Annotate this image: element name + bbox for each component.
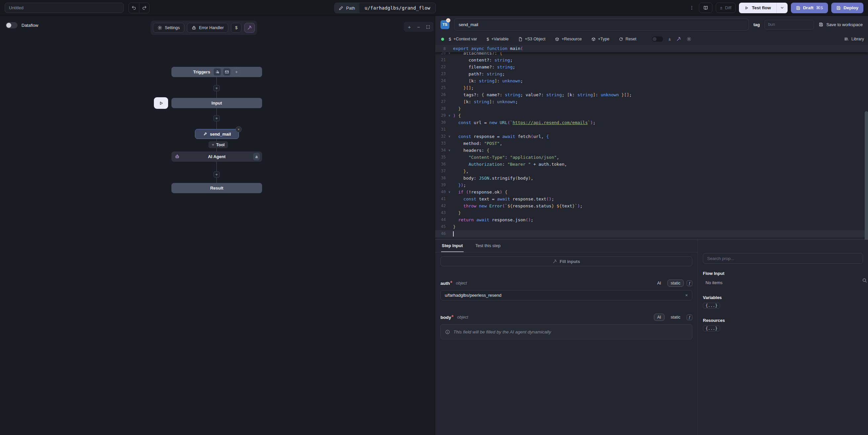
ai-assist-button[interactable]	[676, 37, 681, 41]
fold-chevron-icon[interactable]: ∨	[446, 147, 453, 154]
editor-scrollbar[interactable]	[865, 111, 868, 240]
code-line[interactable]: 24 [k: string]: unknown;	[435, 77, 868, 84]
code-line[interactable]: 33 method: "POST",	[435, 140, 868, 147]
code-line[interactable]: 29∨) {	[435, 112, 868, 119]
code-line[interactable]: 37 },	[435, 168, 868, 175]
dataflow-toggle[interactable]: Dataflow	[6, 22, 38, 28]
fill-inputs-button[interactable]: Fill inputs	[440, 256, 692, 266]
diff-mode-toggle[interactable]	[652, 36, 663, 42]
add-type-button[interactable]: +Type	[591, 37, 609, 41]
undo-button[interactable]	[129, 3, 139, 13]
add-resource-button[interactable]: +Resource	[555, 37, 582, 41]
code-lines[interactable]: 20∨ attachments?: {21 content?: string;2…	[435, 45, 868, 237]
expression-editor-button[interactable]: ƒ	[687, 315, 692, 320]
toggle-switch[interactable]	[6, 22, 18, 28]
code-line[interactable]: 32∨ const response = await fetch(url, {	[435, 133, 868, 140]
insert-step-button-bottom[interactable]: +	[213, 172, 220, 178]
body-mode-static[interactable]: static	[668, 314, 684, 321]
code-line[interactable]: 41 const text = await response.text();	[435, 195, 868, 203]
flow-name-input[interactable]	[5, 3, 124, 13]
zoom-out-button[interactable]: −	[415, 23, 423, 31]
step-name-input[interactable]	[454, 19, 749, 30]
code-line[interactable]: 28 }	[435, 105, 868, 112]
email-trigger-chip[interactable]	[223, 68, 231, 76]
insert-step-button-top[interactable]: +	[213, 85, 220, 91]
code-line[interactable]: 45}	[435, 223, 868, 230]
sticky-code-line[interactable]: 8export async function main(	[435, 45, 868, 52]
variables-badge[interactable]: {...}	[703, 303, 720, 309]
input-node[interactable]: Input	[172, 98, 262, 108]
code-line[interactable]: 27 [k: string]: unknown;	[435, 98, 868, 105]
code-line[interactable]: 8export async function main(	[435, 45, 868, 52]
code-line[interactable]: 23 path?: string;	[435, 70, 868, 77]
code-line[interactable]: 42 throw new Error(`${response.status} $…	[435, 203, 868, 209]
code-line[interactable]: 43 }	[435, 209, 868, 216]
clear-auth-button[interactable]: ×	[684, 292, 689, 298]
code-line[interactable]: 36 Authorization: "Bearer " + auth.token…	[435, 161, 868, 168]
code-line[interactable]: 35 "Content-Type": "application/json",	[435, 154, 868, 161]
path-display[interactable]: Path u/farhadglbs/grand_flow	[334, 3, 436, 13]
ai-agent-node[interactable]: AI Agent a	[172, 152, 262, 162]
add-trigger-chip[interactable]: +	[232, 68, 240, 76]
add-variable-button[interactable]: $ +Variable	[487, 37, 508, 42]
reset-code-button[interactable]: Reset	[619, 37, 637, 41]
run-input-button[interactable]	[154, 97, 168, 109]
tab-test-this-step[interactable]: Test this step	[475, 240, 501, 252]
auth-mode-static[interactable]: static	[668, 280, 684, 287]
zoom-in-button[interactable]: +	[405, 23, 413, 31]
delete-send-mail-button[interactable]: ×	[236, 126, 242, 132]
send-mail-node[interactable]: send_mail	[195, 129, 239, 139]
draft-button[interactable]: Draft ⌘S	[791, 3, 828, 13]
code-line[interactable]: 39 });	[435, 182, 868, 189]
fold-chevron-icon[interactable]: ∨	[446, 189, 453, 195]
add-s3-object-button[interactable]: +S3 Object	[518, 37, 545, 41]
dollar-button[interactable]: $	[231, 23, 242, 33]
code-line[interactable]: 30 const url = new URL(`https://api.rese…	[435, 119, 868, 126]
refresh-icon	[619, 37, 623, 41]
code-line[interactable]: 46	[435, 230, 868, 237]
code-editor[interactable]: 8export async function main( 20∨ attachm…	[435, 45, 868, 240]
expression-editor-button[interactable]: ƒ	[687, 281, 692, 286]
code-line[interactable]: 25 }[];	[435, 84, 868, 91]
ai-wand-button[interactable]	[244, 23, 255, 33]
result-node[interactable]: Result	[172, 183, 262, 193]
fit-view-button[interactable]	[424, 23, 432, 31]
fold-chevron-icon[interactable]: ∨	[446, 133, 453, 140]
more-menu-button[interactable]	[688, 5, 695, 10]
add-tool-button[interactable]: + Tool	[209, 141, 228, 148]
save-to-workspace-button[interactable]: Save to workspace	[819, 22, 863, 27]
test-flow-button[interactable]: Test flow	[739, 3, 776, 13]
diff-button[interactable]: ± Diff	[716, 3, 736, 13]
code-line[interactable]: 40∨ if (!response.ok) {	[435, 189, 868, 195]
fold-chevron-icon[interactable]: ∨	[446, 112, 453, 119]
prop-picker-search-button[interactable]	[862, 278, 867, 283]
tab-step-input[interactable]: Step Input	[441, 240, 464, 252]
code-line[interactable]: 34∨ headers: {	[435, 147, 868, 154]
body-mode-ai[interactable]: AI	[654, 314, 664, 321]
flow-canvas[interactable]: Dataflow Settings Error Handler $ + −	[0, 16, 435, 435]
test-flow-dropdown[interactable]	[776, 3, 787, 13]
diff-expand-button[interactable]: ±	[669, 37, 671, 42]
settings-button[interactable]: Settings	[153, 23, 184, 33]
add-context-var-button[interactable]: $ +Context var	[449, 37, 477, 42]
code-line[interactable]: 22 filename?: string;	[435, 63, 868, 70]
auth-resource-input[interactable]	[440, 290, 692, 300]
tag-input[interactable]	[765, 20, 814, 29]
prop-search-input[interactable]	[703, 253, 863, 263]
auth-mode-ai[interactable]: AI	[654, 280, 664, 287]
code-line[interactable]: 44 return await response.json();	[435, 216, 868, 223]
webhook-trigger-chip[interactable]	[213, 68, 221, 76]
redo-button[interactable]	[139, 3, 149, 13]
error-handler-button[interactable]: Error Handler	[187, 23, 228, 33]
deploy-button[interactable]: Deploy	[831, 3, 863, 13]
code-line[interactable]: 26 tags?: { name?: string; value?: strin…	[435, 91, 868, 98]
editor-settings-button[interactable]	[687, 37, 691, 41]
code-line[interactable]: 21 content?: string;	[435, 57, 868, 63]
code-line[interactable]: 38 body: JSON.stringify(body),	[435, 175, 868, 182]
code-line[interactable]: 31	[435, 126, 868, 133]
resources-badge[interactable]: {...}	[703, 325, 720, 332]
library-button[interactable]: Library	[844, 37, 864, 41]
insert-step-button-middle[interactable]: +	[213, 115, 220, 121]
docs-button[interactable]	[699, 3, 712, 13]
triggers-node[interactable]: Triggers +	[172, 67, 262, 77]
